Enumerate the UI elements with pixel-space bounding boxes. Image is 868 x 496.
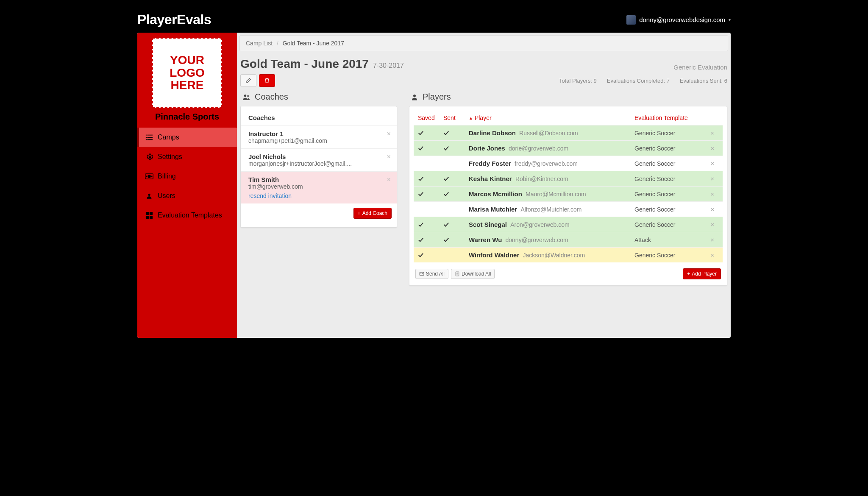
sidebar: YOUR LOGO HERE Pinnacle Sports CampsSett… (137, 33, 237, 338)
col-sent[interactable]: Sent (443, 114, 469, 121)
user-icon (145, 192, 153, 200)
breadcrumb-current: Gold Team - June 2017 (283, 40, 344, 47)
sent-check-icon (443, 237, 469, 243)
remove-player-icon[interactable]: × (707, 160, 718, 167)
logo-placeholder-text: YOUR LOGO HERE (153, 54, 221, 91)
svg-rect-12 (146, 212, 149, 215)
remove-player-icon[interactable]: × (707, 236, 718, 243)
remove-player-icon[interactable]: × (707, 221, 718, 228)
remove-coach-icon[interactable]: × (387, 176, 391, 184)
resend-invitation-link[interactable]: resend invitation (248, 192, 292, 199)
player-row[interactable]: Freddy Foster freddy@groverweb.comGeneri… (414, 156, 723, 171)
coach-item[interactable]: Tim Smithtim@groverweb.com×resend invita… (241, 171, 397, 203)
send-all-button[interactable]: Send All (415, 269, 448, 279)
player-name: Freddy Foster (469, 160, 511, 167)
player-row[interactable]: Dorie Jones dorie@groverweb.comGeneric S… (414, 140, 723, 156)
stat-value: 7 (667, 78, 670, 84)
player-row[interactable]: Darline Dobson Russell@Dobson.comGeneric… (414, 125, 723, 140)
player-template: Generic Soccer (634, 221, 707, 228)
user-menu[interactable]: donny@groverwebdesign.com ▾ (626, 15, 731, 25)
sidebar-item-label: Evaluation Templates (158, 212, 222, 219)
remove-player-icon[interactable]: × (707, 175, 718, 182)
player-name: Kesha Kintner (469, 175, 512, 182)
sidebar-item-label: Settings (158, 153, 182, 161)
sidebar-item-users[interactable]: Users (137, 186, 237, 206)
player-row[interactable]: Marcos Mcmillion Mauro@Mcmillion.comGene… (414, 186, 723, 201)
player-row[interactable]: Scot Sinegal Aron@groverweb.comGeneric S… (414, 217, 723, 232)
remove-player-icon[interactable]: × (707, 145, 718, 152)
breadcrumb-root[interactable]: Camp List (246, 40, 273, 47)
stat-label: Evaluations Completed: (607, 78, 665, 84)
caret-down-icon: ▾ (729, 17, 731, 22)
sidebar-item-evaluation-templates[interactable]: Evaluation Templates (137, 206, 237, 225)
player-row[interactable]: Warren Wu donny@groverweb.comAttack× (414, 232, 723, 247)
players-panel: Saved Sent ▲ Player Evaluation Template … (409, 106, 727, 286)
main: Camp List / Gold Team - June 2017 Gold T… (237, 33, 731, 338)
breadcrumb-sep: / (277, 40, 278, 47)
sort-asc-icon: ▲ (469, 116, 473, 120)
coach-email: tim@groverweb.com (248, 183, 389, 190)
player-template: Generic Soccer (634, 160, 707, 167)
coaches-subheading: Coaches (241, 114, 397, 125)
avatar (626, 15, 636, 25)
svg-point-8 (148, 175, 150, 178)
svg-rect-4 (146, 139, 147, 140)
col-template[interactable]: Evaluation Template (634, 114, 707, 121)
col-saved[interactable]: Saved (418, 114, 443, 121)
coaches-icon (242, 93, 250, 101)
pencil-icon (245, 78, 251, 84)
saved-check-icon (418, 222, 443, 228)
money-icon (145, 173, 153, 180)
player-row[interactable]: Winford Waldner Jackson@Waldner.comGener… (414, 247, 723, 262)
svg-point-10 (151, 176, 152, 177)
add-coach-button[interactable]: + Add Coach (353, 208, 392, 219)
breadcrumb: Camp List / Gold Team - June 2017 (239, 35, 728, 51)
download-all-button[interactable]: Download All (451, 269, 495, 279)
player-template: Generic Soccer (634, 176, 707, 182)
edit-button[interactable] (240, 74, 256, 87)
player-name: Darline Dobson (469, 129, 516, 137)
svg-rect-3 (147, 137, 153, 138)
svg-point-16 (244, 95, 246, 97)
remove-player-icon[interactable]: × (707, 129, 718, 137)
envelope-icon (419, 271, 424, 276)
player-template: Generic Soccer (634, 145, 707, 152)
player-template: Generic Soccer (634, 206, 707, 213)
sidebar-item-camps[interactable]: Camps (137, 128, 237, 147)
col-player[interactable]: ▲ Player (469, 114, 634, 121)
sidebar-item-billing[interactable]: Billing (137, 167, 237, 186)
list-icon (145, 134, 153, 141)
delete-button[interactable] (259, 74, 275, 87)
players-heading: Players (423, 92, 451, 102)
players-header-row: Saved Sent ▲ Player Evaluation Template (414, 111, 723, 125)
player-email: Jackson@Waldner.com (523, 252, 585, 259)
remove-coach-icon[interactable]: × (387, 153, 391, 161)
logo-placeholder[interactable]: YOUR LOGO HERE (152, 38, 222, 108)
player-template: Attack (634, 237, 707, 243)
player-row[interactable]: Kesha Kintner Robin@Kintner.comGeneric S… (414, 171, 723, 186)
sent-check-icon (443, 222, 469, 228)
sent-check-icon (443, 191, 469, 197)
evaluation-label: Generic Evaluation (673, 64, 727, 71)
player-name: Dorie Jones (469, 145, 505, 152)
remove-player-icon[interactable]: × (707, 251, 718, 259)
player-email: donny@groverweb.com (506, 237, 568, 243)
svg-rect-1 (147, 135, 153, 136)
remove-player-icon[interactable]: × (707, 206, 718, 213)
add-player-button[interactable]: + Add Player (683, 268, 721, 279)
player-template: Generic Soccer (634, 130, 707, 137)
sidebar-item-settings[interactable]: Settings (137, 147, 237, 167)
sent-check-icon (443, 145, 469, 151)
player-row[interactable]: Marisa Mutchler Alfonzo@Mutchler.comGene… (414, 201, 723, 217)
add-player-label: Add Player (692, 271, 717, 277)
stat-label: Evaluations Sent: (680, 78, 723, 84)
add-coach-label: Add Coach (362, 210, 387, 216)
player-name: Warren Wu (469, 236, 502, 243)
remove-coach-icon[interactable]: × (387, 130, 391, 138)
coach-item[interactable]: Instructor 1chapmamg+peti1@gmail.com× (241, 125, 397, 148)
coach-item[interactable]: Joel Nicholsmorganjonesjr+InstructorJoel… (241, 148, 397, 171)
svg-rect-5 (147, 139, 153, 140)
remove-player-icon[interactable]: × (707, 190, 718, 198)
player-name: Winford Waldner (469, 251, 519, 259)
svg-rect-2 (146, 137, 147, 138)
